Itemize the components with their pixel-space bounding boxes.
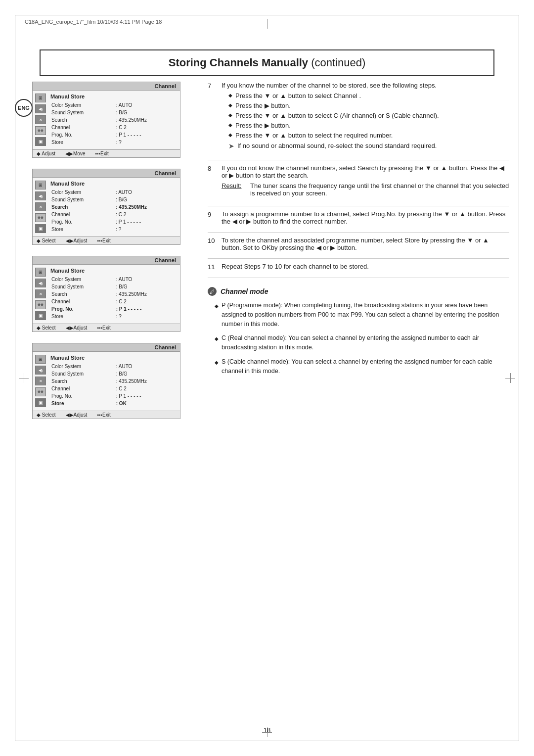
step-7-bullets: Press the ▼ or ▲ button to select Channe… xyxy=(228,92,509,139)
b2-channel-label: Channel xyxy=(51,211,115,218)
menu-box-3-icons: ⊞ ◀) ✕ ⊕⊕ ▣ xyxy=(33,267,48,322)
menu-box-3-header: Channel xyxy=(33,256,180,265)
step-7-bullet-1: Press the ▼ or ▲ button to select Channe… xyxy=(228,92,509,99)
b4-channel-value: : C 2 xyxy=(116,385,177,392)
b4-footer-select: ◆ Select xyxy=(37,412,56,418)
step-10: 10 To store the channel and associated p… xyxy=(208,236,509,251)
menu-box-1-table: Color System: AUTO Sound System: B/G Sea… xyxy=(50,101,178,146)
b3-prog-value: : P 1 - - - - - xyxy=(116,306,177,312)
channel-mode-bullet-c: C (Real channel mode): You can select a … xyxy=(215,333,509,352)
step-8-text: If you do not know the channel numbers, … xyxy=(222,164,509,179)
menu-box-2-body: ⊞ ◀) ✕ ⊕⊕ ▣ Manual Store Color System: A… xyxy=(33,178,180,236)
note-arrow-icon: ➤ xyxy=(228,142,234,150)
tv-icon-4: ⊞ xyxy=(35,355,46,364)
b2-footer-select: ◆ Select xyxy=(37,238,56,243)
channel-mode-bullet-s: S (Cable channel mode): You can select a… xyxy=(215,357,509,376)
tuner-icon-3: ⊕⊕ xyxy=(35,300,46,309)
step-8-content: If you do not know the channel numbers, … xyxy=(222,164,509,199)
b3-search-value: : 435.250MHz xyxy=(116,291,177,297)
row-search-label: Search xyxy=(51,117,115,123)
b2-color-value: : AUTO xyxy=(116,189,177,195)
step-7-bullet-2: Press the ▶ button. xyxy=(228,102,509,109)
b3-store-label: Store xyxy=(51,313,115,320)
tuner-icon: ⊕⊕ xyxy=(35,126,46,135)
channel-mode-bullet-p: P (Programme mode): When completing tuni… xyxy=(215,301,509,329)
result-text: The tuner scans the frequency range unti… xyxy=(250,182,509,197)
title-normal: (continued) xyxy=(308,56,365,69)
step-7-content: If you know the number of the channel to… xyxy=(222,82,509,153)
menu-box-2-header: Channel xyxy=(33,169,180,178)
step-7-note-text: If no sound or abnormal sound, re-select… xyxy=(237,142,437,150)
b3-channel-value: : C 2 xyxy=(116,298,177,305)
step-10-content: To store the channel and associated prog… xyxy=(222,236,509,251)
b3-sound-value: : B/G xyxy=(116,284,177,290)
step-11-text: Repeat Steps 7 to 10 for each channel to… xyxy=(222,263,509,270)
step-10-number: 10 xyxy=(208,236,218,251)
separator-11-cm xyxy=(208,278,509,278)
b2-channel-value: : C 2 xyxy=(116,211,177,218)
b2-prog-value: : P 1 - - - - - xyxy=(116,219,177,225)
step-8-number: 8 xyxy=(208,164,218,199)
b3-channel-label: Channel xyxy=(51,298,115,305)
menu-box-3-footer: ◆ Select ◀▶Adjust ▪▪▪Exit xyxy=(33,324,180,331)
step-9-text: To assign a programme number to a channe… xyxy=(222,210,509,225)
step-9-content: To assign a programme number to a channe… xyxy=(222,210,509,225)
menu-box-4-header: Channel xyxy=(33,343,180,352)
b2-search-value: : 435.250MHz xyxy=(116,204,177,210)
b3-footer-exit: ▪▪▪Exit xyxy=(97,325,110,331)
step-9: 9 To assign a programme number to a chan… xyxy=(208,210,509,225)
b4-footer-exit: ▪▪▪Exit xyxy=(97,412,110,418)
b3-search-label: Search xyxy=(51,291,115,297)
tv-icon-3: ⊞ xyxy=(35,268,46,277)
b3-store-value: : ? xyxy=(116,313,177,320)
step-8: 8 If you do not know the channel numbers… xyxy=(208,164,509,199)
tv2-icon-2: ▣ xyxy=(35,224,46,233)
b3-sound-label: Sound System xyxy=(51,284,115,290)
x-icon-3: ✕ xyxy=(35,289,46,298)
menu-box-1-icons: ⊞ ◀) ✕ ⊕⊕ ▣ xyxy=(33,93,48,147)
menu-box-1-header: Channel xyxy=(33,82,180,91)
row-store-value: : ? xyxy=(116,139,177,145)
header-meta: C18A_ENG_europe_17"_film 10/10/03 4:11 P… xyxy=(25,19,162,25)
tv2-icon-4: ▣ xyxy=(35,398,46,407)
menu-box-4: Channel ⊞ ◀) ✕ ⊕⊕ ▣ Manual Store Color S… xyxy=(32,343,180,419)
b3-color-value: : AUTO xyxy=(116,276,177,283)
crosshair-top-icon xyxy=(262,19,272,29)
menu-box-4-body: ⊞ ◀) ✕ ⊕⊕ ▣ Manual Store Color System: A… xyxy=(33,352,180,411)
menu-box-2-title: Manual Store xyxy=(50,181,178,187)
page-number: 18 xyxy=(264,726,270,734)
menu-box-3-title: Manual Store xyxy=(50,268,178,274)
row-sound-system-value: : B/G xyxy=(116,109,177,116)
b4-channel-label: Channel xyxy=(51,385,115,392)
x-icon: ✕ xyxy=(35,115,46,124)
x-icon-2: ✕ xyxy=(35,202,46,211)
step-7-bullet-4: Press the ▶ button. xyxy=(228,122,509,129)
channel-mode-title: Channel mode xyxy=(221,287,268,295)
title-bold: Storing Channels Manually xyxy=(169,56,308,69)
menu-box-3-content: Manual Store Color System: AUTO Sound Sy… xyxy=(48,267,180,322)
b3-footer-adjust: ◀▶Adjust xyxy=(66,325,88,331)
tv2-icon: ▣ xyxy=(35,137,46,146)
eng-badge: ENG xyxy=(15,99,33,117)
tv-icon: ⊞ xyxy=(35,94,46,102)
row-channel-value: : C 2 xyxy=(116,124,177,131)
b4-color-label: Color System xyxy=(51,363,115,370)
step-7-bullet-5: Press the ▼ or ▲ button to select the re… xyxy=(228,132,509,139)
separator-10-11 xyxy=(208,258,509,259)
tv2-icon-3: ▣ xyxy=(35,311,46,320)
b4-prog-value: : P 1 - - - - - xyxy=(116,393,177,399)
row-store-label: Store xyxy=(51,139,115,145)
b3-footer-select: ◆ Select xyxy=(37,325,56,331)
menu-box-2: Channel ⊞ ◀) ✕ ⊕⊕ ▣ Manual Store Color S… xyxy=(32,169,180,245)
step-7-note: ➤ If no sound or abnormal sound, re-sele… xyxy=(228,142,509,150)
b4-store-value: : OK xyxy=(116,400,177,407)
channel-mode-header: 🖊 Channel mode xyxy=(208,287,509,296)
row-color-system-value: : AUTO xyxy=(116,102,177,108)
note-icon: 🖊 xyxy=(208,287,217,296)
page-title-box: Storing Channels Manually (continued) xyxy=(40,49,494,76)
menu-box-1: Channel ⊞ ◀) ✕ ⊕⊕ ▣ Manual Store Color S… xyxy=(32,82,180,158)
step-7-number: 7 xyxy=(208,82,218,153)
row-channel-label: Channel xyxy=(51,124,115,131)
tuner-icon-2: ⊕⊕ xyxy=(35,213,46,222)
menu-box-1-body: ⊞ ◀) ✕ ⊕⊕ ▣ Manual Store Color System: A… xyxy=(33,91,180,149)
